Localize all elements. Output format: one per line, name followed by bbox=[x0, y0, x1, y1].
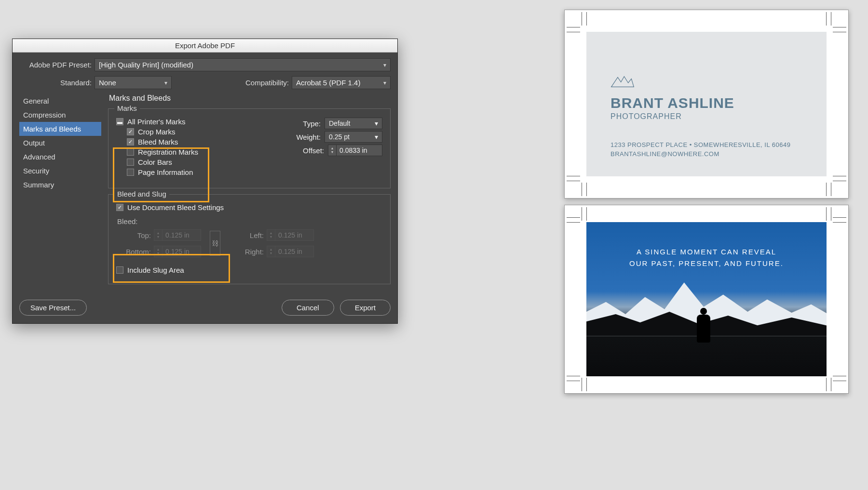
bleed-mark-icon bbox=[586, 183, 587, 196]
use-doc-bleed-label: Use Document Bleed Settings bbox=[127, 203, 224, 212]
bleed-right-stepper: ▴▾0.125 in bbox=[267, 246, 314, 257]
crop-mark-icon bbox=[833, 27, 846, 27]
stepper-arrows-icon: ▴▾ bbox=[154, 246, 163, 257]
sidebar-item-summary[interactable]: Summary bbox=[19, 178, 101, 192]
crop-mark-icon bbox=[582, 183, 582, 196]
checkbox-checked-icon: ✓ bbox=[127, 138, 134, 146]
bleed-grid: Top:▴▾0.125 in Bottom:▴▾0.125 in ⛓ Left:… bbox=[116, 229, 382, 257]
standard-select[interactable]: None ▾ bbox=[95, 76, 172, 89]
crop-mark-icon bbox=[833, 181, 846, 181]
standard-value: None bbox=[99, 79, 116, 87]
bleed-mark-icon bbox=[826, 378, 827, 391]
bleed-mark-icon bbox=[833, 222, 846, 223]
sidebar-item-output[interactable]: Output bbox=[19, 136, 101, 150]
card-address: 1233 PROSPECT PLACE • SOMEWHERESVILLE, I… bbox=[610, 141, 790, 148]
bleed-mark-icon bbox=[586, 378, 587, 391]
all-printers-marks-label: All Printer's Marks bbox=[127, 118, 185, 126]
cancel-button[interactable]: Cancel bbox=[282, 300, 334, 316]
bleed-mark-icon bbox=[567, 376, 580, 376]
weight-value: 0.25 pt bbox=[329, 133, 350, 141]
sidebar-item-general[interactable]: General bbox=[19, 94, 101, 108]
crop-mark-icon bbox=[582, 378, 582, 391]
include-slug-checkbox[interactable]: Include Slug Area bbox=[116, 266, 382, 274]
bleed-mark-icon bbox=[567, 222, 580, 223]
include-slug-label: Include Slug Area bbox=[127, 266, 184, 274]
checkbox-unchecked-icon bbox=[127, 169, 134, 176]
bleed-left-label: Left: bbox=[229, 231, 264, 239]
bleed-left-stepper: ▴▾0.125 in bbox=[267, 229, 314, 241]
person-silhouette-icon bbox=[697, 315, 710, 343]
weight-select[interactable]: 0.25 pt▾ bbox=[325, 131, 382, 143]
registration-marks-label: Registration Marks bbox=[138, 148, 198, 156]
card-subtitle: PHOTOGRAPHER bbox=[610, 112, 790, 121]
bleed-marks-label: Bleed Marks bbox=[138, 138, 178, 146]
card-email: BRANTASHLINE@NOWHERE.COM bbox=[610, 150, 790, 158]
chevron-down-icon: ▾ bbox=[375, 119, 378, 127]
sidebar-item-advanced[interactable]: Advanced bbox=[19, 150, 101, 164]
bleed-mark-icon bbox=[826, 207, 827, 221]
checkbox-unchecked-icon bbox=[116, 266, 123, 274]
sidebar-item-marks-bleeds[interactable]: Marks and Bleeds bbox=[19, 122, 101, 136]
card-name: BRANT ASHLINE bbox=[610, 95, 790, 111]
bleed-mark-icon bbox=[567, 32, 580, 32]
offset-label: Offset: bbox=[303, 146, 324, 155]
main-panel: Marks and Bleeds Marks ▬All Printer's Ma… bbox=[108, 94, 391, 290]
crop-mark-icon bbox=[567, 381, 580, 381]
compat-select[interactable]: Acrobat 5 (PDF 1.4) ▾ bbox=[292, 76, 391, 89]
checkbox-indeterminate-icon: ▬ bbox=[116, 118, 123, 125]
stepper-arrows-icon: ▴▾ bbox=[267, 246, 275, 257]
sidebar-item-compression[interactable]: Compression bbox=[19, 108, 101, 122]
preset-select[interactable]: [High Quality Print] (modified) ▾ bbox=[95, 58, 391, 71]
page-information-checkbox[interactable]: Page Information bbox=[127, 168, 247, 176]
crop-marks-checkbox[interactable]: ✓Crop Marks bbox=[127, 128, 247, 136]
type-value: Default bbox=[329, 119, 350, 127]
checkbox-unchecked-icon bbox=[127, 148, 134, 156]
bleed-bottom-label: Bottom: bbox=[116, 248, 151, 256]
compat-value: Acrobat 5 (PDF 1.4) bbox=[296, 79, 360, 87]
bleed-mark-icon bbox=[586, 207, 587, 221]
stepper-arrows-icon: ▴▾ bbox=[267, 229, 275, 241]
weight-label: Weight: bbox=[296, 133, 321, 141]
bleed-slug-group: Bleed and Slug ✓Use Document Bleed Setti… bbox=[108, 194, 391, 284]
all-printers-marks-checkbox[interactable]: ▬All Printer's Marks bbox=[116, 118, 247, 126]
crop-mark-icon bbox=[582, 207, 582, 221]
color-bars-checkbox[interactable]: Color Bars bbox=[127, 158, 247, 166]
bleed-mark-icon bbox=[833, 376, 846, 376]
use-doc-bleed-checkbox[interactable]: ✓Use Document Bleed Settings bbox=[116, 203, 382, 212]
crop-mark-icon bbox=[831, 207, 831, 221]
bleed-mark-icon bbox=[833, 32, 846, 32]
export-pdf-dialog: Export Adobe PDF Adobe PDF Preset: [High… bbox=[12, 39, 398, 324]
panel-title: Marks and Bleeds bbox=[109, 94, 391, 103]
bleed-slug-group-label: Bleed and Slug bbox=[114, 190, 169, 198]
stepper-arrows-icon[interactable]: ▴▾ bbox=[328, 145, 337, 156]
sidebar-item-security[interactable]: Security bbox=[19, 164, 101, 178]
checkbox-unchecked-icon bbox=[127, 159, 134, 166]
dialog-title: Export Adobe PDF bbox=[13, 39, 397, 53]
category-sidebar: General Compression Marks and Bleeds Out… bbox=[19, 94, 101, 290]
checkbox-checked-icon: ✓ bbox=[116, 204, 123, 211]
preset-label: Adobe PDF Preset: bbox=[19, 61, 92, 69]
stepper-arrows-icon: ▴▾ bbox=[154, 229, 163, 241]
pdf-preview-back: A SINGLE MOMENT CAN REVEAL OUR PAST, PRE… bbox=[564, 205, 849, 394]
export-button[interactable]: Export bbox=[340, 300, 391, 316]
bleed-right-value: 0.125 in bbox=[275, 246, 314, 257]
crop-mark-icon bbox=[831, 378, 831, 391]
offset-input[interactable] bbox=[337, 145, 382, 156]
bleed-left-value: 0.125 in bbox=[275, 229, 314, 241]
bleed-right-label: Right: bbox=[229, 248, 264, 256]
registration-marks-checkbox[interactable]: Registration Marks bbox=[127, 148, 247, 156]
bleed-bottom-value: 0.125 in bbox=[163, 246, 201, 257]
save-preset-button[interactable]: Save Preset... bbox=[19, 300, 87, 316]
bleed-mark-icon bbox=[567, 176, 580, 176]
compat-label: Compatibility: bbox=[245, 79, 289, 87]
checkbox-checked-icon: ✓ bbox=[127, 128, 134, 135]
chevron-down-icon: ▾ bbox=[164, 79, 167, 86]
bleed-top-label: Top: bbox=[116, 231, 151, 239]
card-content: BRANT ASHLINE PHOTOGRAPHER 1233 PROSPECT… bbox=[610, 73, 790, 158]
card-quote: A SINGLE MOMENT CAN REVEAL OUR PAST, PRE… bbox=[586, 246, 827, 269]
bleed-bottom-stepper: ▴▾0.125 in bbox=[154, 246, 201, 257]
type-select[interactable]: Default▾ bbox=[325, 118, 382, 129]
offset-stepper[interactable]: ▴▾ bbox=[328, 145, 382, 156]
bleed-mark-icon bbox=[833, 176, 846, 176]
bleed-marks-checkbox[interactable]: ✓Bleed Marks bbox=[127, 138, 247, 146]
